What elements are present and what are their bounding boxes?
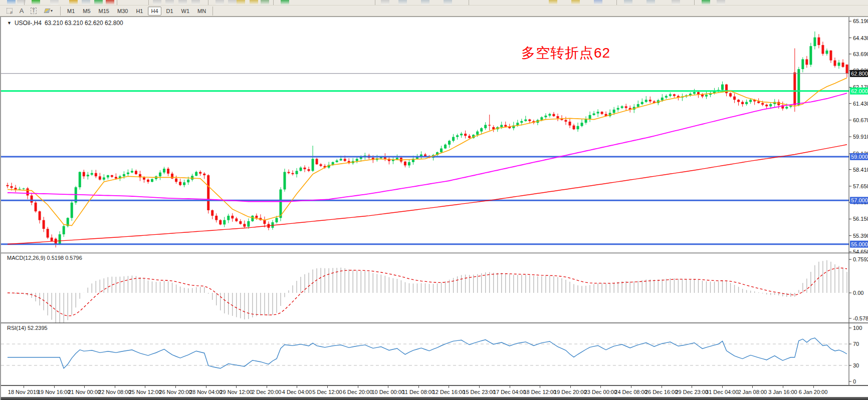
toolbar-separator [616, 0, 617, 5]
toolbar-separator [375, 0, 375, 5]
svg-text:0.00: 0.00 [853, 290, 863, 296]
svg-text:0.7592: 0.7592 [853, 256, 868, 262]
toolbar-icon-cutoff[interactable] [250, 0, 258, 5]
time-axis-label: 25 Nov 12:00 [129, 389, 161, 395]
time-axis-label: 24 Dec 08:00 [614, 389, 647, 395]
toolbar-icon-cutoff[interactable] [50, 0, 59, 5]
time-axis-tick [327, 386, 328, 388]
time-axis-label: 2 Dec 20:00 [252, 389, 281, 395]
grid-f-icon: F [7, 8, 13, 14]
timeframe-button-m30[interactable]: M30 [114, 7, 131, 16]
time-axis-label: 28 Nov 04:00 [189, 389, 222, 395]
toolbar-separator [148, 0, 149, 5]
toolbar-icon-cutoff[interactable] [261, 0, 269, 5]
time-axis-tick [631, 386, 631, 388]
chart-annotation-text: 多空转折点62 [521, 44, 610, 63]
time-axis-tick [692, 386, 692, 388]
timeframe-button-h1[interactable]: H1 [133, 7, 146, 16]
time-axis-tick [358, 386, 358, 388]
timeframe-button-d1[interactable]: D1 [163, 7, 176, 16]
toolbar-icon-cutoff[interactable] [672, 0, 680, 5]
time-axis[interactable]: 18 Nov 201919 Nov 16:0021 Nov 00:0022 No… [1, 385, 868, 397]
svg-text:61.430: 61.430 [853, 101, 868, 107]
svg-text:30: 30 [853, 362, 859, 368]
timeframe-button-mn[interactable]: MN [194, 7, 209, 16]
toolbar-icon-cutoff[interactable] [549, 0, 557, 5]
toolbar-separator [24, 0, 25, 5]
time-axis-tick [813, 386, 814, 388]
toolbar-icon-cutoff[interactable] [32, 0, 40, 5]
toolbar-icon-cutoff[interactable] [421, 0, 429, 5]
toolbar-icon-cutoff[interactable] [215, 0, 224, 5]
rsi-indicator-panel[interactable]: 10070300 [1, 323, 868, 385]
time-axis-label: 5 Dec 12:00 [312, 389, 342, 395]
time-axis-label: 4 Dec 04:00 [282, 389, 312, 395]
toolbar-chart-tools: F A T ▾ M1M5M15M30H1H4D1W1MN [0, 6, 868, 17]
toolbar-top-cutoff [0, 0, 868, 6]
toolbar-icon-cutoff[interactable] [281, 0, 289, 5]
main-price-chart-panel[interactable]: 65.19064.43063.69062.93062.17061.43060.6… [1, 17, 868, 253]
drawing-tools-button[interactable]: ▾ [40, 7, 57, 16]
svg-text:54.650: 54.650 [853, 249, 868, 253]
svg-text:64.430: 64.430 [853, 35, 868, 41]
timeframe-button-m1[interactable]: M1 [64, 7, 78, 16]
time-axis-tick [84, 386, 85, 388]
timeframe-button-h4[interactable]: H4 [148, 7, 161, 16]
toolbar-separator [273, 0, 274, 5]
svg-text:62.800: 62.800 [851, 71, 868, 77]
timeframe-button-m15[interactable]: M15 [96, 7, 112, 16]
toolbar-icon-cutoff[interactable] [624, 0, 632, 5]
toolbar-icon-cutoff[interactable] [7, 0, 16, 5]
toolbar-icon-cutoff[interactable] [228, 0, 237, 5]
time-axis-tick [570, 386, 571, 388]
cursor-crosshair-grid-icon[interactable]: F [4, 7, 15, 16]
time-axis-label: 6 Jan 20:00 [799, 389, 828, 395]
time-axis-tick [752, 386, 753, 388]
toolbar-separator [694, 0, 695, 5]
timeframe-button-m5[interactable]: M5 [80, 7, 93, 16]
toolbar-icon-cutoff[interactable] [594, 0, 602, 5]
text-label-button[interactable]: T [28, 7, 39, 16]
time-axis-tick [600, 386, 601, 388]
toolbar-icon-cutoff[interactable] [165, 0, 174, 5]
time-axis-tick [662, 386, 662, 388]
time-axis-tick [236, 386, 237, 388]
toolbar-icon-cutoff[interactable] [717, 0, 725, 5]
toolbar-icon-cutoff[interactable] [94, 0, 103, 5]
time-axis-label: 18 Nov 2019 [8, 389, 39, 395]
chart-symbol-label: USOil-,H4 [15, 20, 42, 27]
toolbar-icon-cutoff[interactable] [398, 0, 407, 5]
text-annotation-button[interactable]: A [16, 7, 27, 16]
time-axis-label: 29 Nov 12:00 [220, 389, 252, 395]
time-axis-label: 31 Dec 04:00 [706, 389, 738, 395]
toolbar-icon-cutoff[interactable] [646, 0, 655, 5]
toolbar-icon-cutoff[interactable] [571, 0, 580, 5]
toolbar-icon-cutoff[interactable] [444, 0, 452, 5]
toolbar-icon-cutoff[interactable] [69, 0, 78, 5]
time-axis-label: 22 Nov 08:00 [98, 389, 131, 395]
time-axis-tick [115, 386, 115, 388]
toolbar-icon-cutoff[interactable] [191, 0, 200, 5]
time-axis-label: 19 Nov 16:00 [38, 389, 70, 395]
mt4-application-window: F A T ▾ M1M5M15M30H1H4D1W1MN 65.19064.43… [0, 0, 868, 400]
time-axis-tick [722, 386, 723, 388]
toolbar-icon-cutoff[interactable] [82, 0, 90, 5]
time-axis-label: 2 Jan 08:00 [738, 389, 767, 395]
toolbar-icon-cutoff[interactable] [237, 0, 245, 5]
time-axis-label: 23 Dec 00:00 [584, 389, 617, 395]
toolbar-separator [117, 0, 117, 5]
toolbar-icon-cutoff[interactable] [381, 0, 389, 5]
time-axis-label: 17 Dec 04:00 [493, 389, 526, 395]
toolbar-icon-cutoff[interactable] [153, 0, 161, 5]
toolbar-icon-cutoff[interactable] [106, 0, 114, 5]
timeframe-button-w1[interactable]: W1 [178, 7, 193, 16]
toolbar-icon-cutoff[interactable] [702, 0, 710, 5]
svg-text:62.000: 62.000 [851, 88, 868, 94]
macd-indicator-panel[interactable]: 0.75920.00-0.5785 [1, 253, 868, 323]
time-axis-tick [54, 386, 55, 388]
toolbar-separator [60, 7, 61, 16]
time-axis-label: 19 Dec 20:00 [554, 389, 586, 395]
chart-dropdown-icon[interactable]: ▼ [7, 21, 12, 26]
time-axis-label: 18 Dec 12:00 [523, 389, 556, 395]
toolbar-icon-cutoff[interactable] [178, 0, 187, 5]
